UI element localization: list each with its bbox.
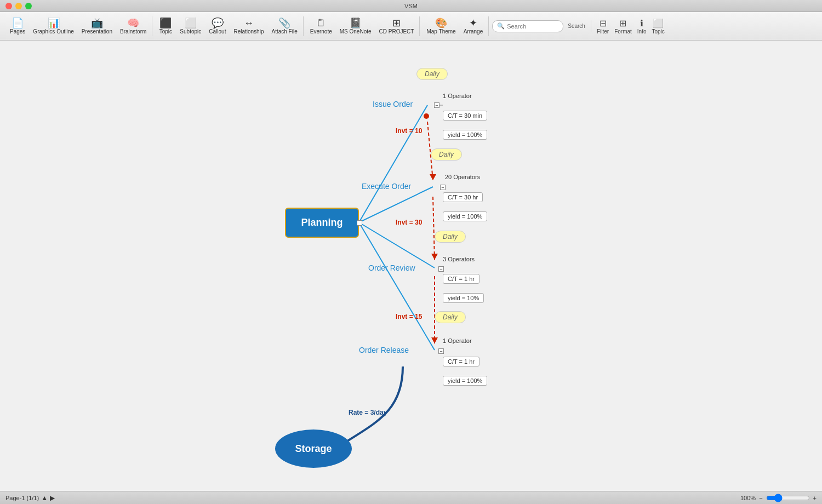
pages-icon: 📄 [12,18,24,28]
execute-order-ct: C/T = 30 hr [443,192,483,202]
map-theme-icon: 🎨 [435,18,447,28]
format-icon: ⊞ [619,18,626,28]
cd-project-button[interactable]: ⊞ CD PROJECT [376,16,418,36]
filter-icon: ⊟ [600,18,607,28]
svg-line-7 [433,197,435,260]
brainstorm-icon: 🧠 [127,18,139,28]
issue-order-operators: 1 Operator [443,93,472,99]
page-info: Page-1 (1/1) [5,495,39,501]
page-prev-icon[interactable]: ▲ [41,494,48,502]
rate-label: Rate = 3/day [349,409,387,416]
filter-button[interactable]: ⊟ Filter [595,17,611,36]
storage-node[interactable]: Storage [275,429,352,468]
minimize-button[interactable] [15,3,22,9]
issue-order-label[interactable]: Issue Order [373,100,413,108]
issue-order-yield: yield = 100% [443,130,487,140]
presentation-button[interactable]: 📺 Presentation [78,16,116,36]
order-review-invt: Invt = 15 [396,313,422,320]
bottombar: Page-1 (1/1) ▲ ▶ 100% − + [0,491,822,504]
pages-button[interactable]: 📄 Pages [7,16,28,36]
execute-order-operators: 20 Operators [445,174,480,180]
traffic-lights [5,3,32,9]
planning-collapse[interactable]: − [357,220,362,226]
planning-node[interactable]: Planning − [285,208,359,238]
arrange-icon: ✦ [469,18,477,28]
app-title: VSM [404,3,418,9]
attach-file-icon: 📎 [278,18,290,28]
order-release-collapse[interactable]: − [438,348,444,354]
search-icon: 🔍 [497,22,505,30]
daily-badge-3: Daily [435,311,466,323]
subtopic-icon: ⬜ [185,18,197,28]
svg-marker-10 [431,337,438,343]
evernote-button[interactable]: 🗒 Evernote [307,16,335,36]
daily-badge-1: Daily [431,148,462,161]
integrations-group: 🗒 Evernote 📓 MS OneNote ⊞ CD PROJECT [305,16,420,36]
canvas[interactable]: Planning − Storage Daily Issue Order − 1… [0,41,822,491]
search-label: Search [564,21,589,31]
topic-icon: ⬛ [159,18,172,28]
planning-label: Planning [301,217,343,228]
evernote-icon: 🗒 [316,18,326,28]
order-review-collapse[interactable]: − [438,266,444,272]
order-release-ct: C/T = 1 hr [443,357,480,366]
zoom-slider[interactable] [766,494,810,502]
search-box[interactable]: 🔍 [492,20,563,32]
svg-marker-5 [430,174,436,180]
svg-line-3 [359,222,435,350]
info-icon: ℹ [640,18,643,28]
relationship-icon: ↔ [244,18,254,28]
issue-order-invt: Invt = 10 [396,127,422,135]
graphics-outline-icon: 📊 [48,18,60,28]
brainstorm-button[interactable]: 🧠 Brainstorm [117,16,150,36]
view-group: 🎨 Map Theme ✦ Arrange [421,16,489,36]
daily-badge-top: Daily [416,68,448,80]
subtopic-button[interactable]: ⬜ Subtopic [176,16,204,36]
svg-line-0 [359,105,427,222]
insert-group: ⬛ Topic ⬜ Subtopic 💬 Callout ↔ Relations… [153,16,303,36]
zoom-controls: 100% − + [740,494,817,502]
topic-insert-button[interactable]: ⬛ Topic [156,16,175,36]
arrange-button[interactable]: ✦ Arrange [460,16,487,36]
issue-order-ct: C/T = 30 min [443,111,487,121]
order-review-label[interactable]: Order Review [368,264,415,272]
cd-project-icon: ⊞ [392,18,401,28]
ms-onenote-icon: 📓 [350,18,362,28]
order-review-ct: C/T = 1 hr [443,274,480,284]
search-input[interactable] [507,23,558,30]
daily-badge-2: Daily [435,231,466,243]
callout-button[interactable]: 💬 Callout [206,16,229,36]
maximize-button[interactable] [25,3,32,9]
map-theme-button[interactable]: 🎨 Map Theme [423,16,459,36]
order-release-label[interactable]: Order Release [359,346,409,354]
info-button[interactable]: ℹ Info [635,17,649,36]
page-next-icon[interactable]: ▶ [50,494,55,502]
zoom-plus-icon[interactable]: + [813,495,817,501]
execute-order-label[interactable]: Execute Order [362,182,411,191]
graphics-outline-button[interactable]: 📊 Graphics Outline [30,16,77,36]
format-button[interactable]: ⊞ Format [612,17,634,36]
ms-onenote-button[interactable]: 📓 MS OneNote [336,16,375,36]
svg-line-2 [359,222,435,268]
zoom-level: 100% [740,495,756,501]
svg-line-1 [359,187,433,222]
page-navigation: Page-1 (1/1) ▲ ▶ [5,494,55,502]
titlebar: VSM [0,0,822,12]
execute-order-collapse[interactable]: − [440,185,446,190]
topic-action-icon: ⬜ [653,18,664,28]
storage-label: Storage [295,443,332,455]
order-review-yield: yield = 10% [443,293,484,303]
issue-order-collapse[interactable]: − [434,102,439,108]
svg-point-6 [424,113,429,119]
callout-icon: 💬 [212,18,224,28]
zoom-minus-icon[interactable]: − [759,495,762,501]
actions-group: ⊟ Filter ⊞ Format ℹ Info ⬜ Topic [592,17,669,36]
topic-action-button[interactable]: ⬜ Topic [650,17,667,36]
relationship-button[interactable]: ↔ Relationship [230,16,267,36]
toolbar: 📄 Pages 📊 Graphics Outline 📺 Presentatio… [0,12,822,41]
presentation-icon: 📺 [91,18,103,28]
close-button[interactable] [5,3,12,9]
attach-file-button[interactable]: 📎 Attach File [268,16,300,36]
order-review-operators: 3 Operators [443,256,475,262]
svg-marker-8 [431,254,438,260]
